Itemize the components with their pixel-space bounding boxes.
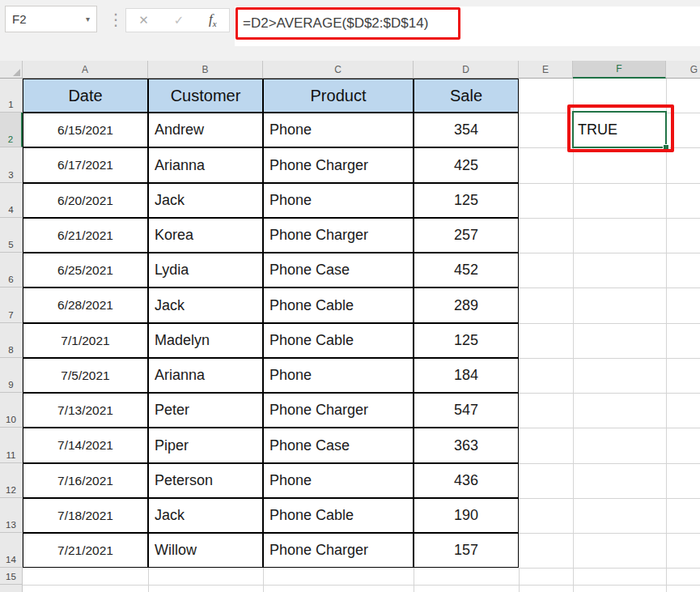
- row-header-9[interactable]: 9: [0, 358, 23, 393]
- name-box[interactable]: F2 ▾: [5, 6, 97, 32]
- row-header-14[interactable]: 14: [0, 533, 23, 568]
- cell-A3[interactable]: 6/17/2021: [23, 147, 148, 183]
- column-header-C[interactable]: C: [263, 61, 414, 79]
- gridline: [519, 323, 700, 324]
- cell-B14[interactable]: Willow: [148, 533, 263, 568]
- cell-B7[interactable]: Jack: [148, 287, 263, 323]
- cell-A14[interactable]: 7/21/2021: [23, 533, 148, 568]
- cell-B9[interactable]: Arianna: [148, 358, 263, 393]
- cell-A10[interactable]: 7/13/2021: [23, 393, 148, 428]
- cell-B2[interactable]: Andrew: [148, 113, 263, 147]
- cell-A6[interactable]: 6/25/2021: [23, 253, 148, 287]
- column-header-D[interactable]: D: [414, 61, 519, 79]
- row-header-3[interactable]: 3: [0, 147, 23, 183]
- cell-D12[interactable]: 436: [414, 463, 519, 498]
- gridline: [519, 253, 700, 253]
- row-header-2[interactable]: 2: [0, 113, 23, 147]
- cell-D10[interactable]: 547: [414, 393, 519, 428]
- gridline: [519, 533, 700, 534]
- cell-D5[interactable]: 257: [414, 218, 519, 253]
- cell-A7[interactable]: 6/28/2021: [23, 287, 148, 323]
- gridline: [519, 498, 700, 499]
- cell-C7[interactable]: Phone Cable: [263, 287, 414, 323]
- cell-D2[interactable]: 354: [414, 113, 519, 147]
- cell-B1[interactable]: Customer: [148, 79, 263, 113]
- cell-C11[interactable]: Phone Case: [263, 428, 414, 463]
- cell-B5[interactable]: Korea: [148, 218, 263, 253]
- row-header-1[interactable]: 1: [0, 79, 23, 113]
- cell-D1[interactable]: Sale: [414, 79, 519, 113]
- select-all-triangle-icon: [13, 69, 20, 76]
- insert-function-icon[interactable]: fx: [209, 11, 217, 28]
- cell-B8[interactable]: Madelyn: [148, 323, 263, 358]
- cell-A2[interactable]: 6/15/2021: [23, 113, 148, 147]
- row-header-15[interactable]: 15: [0, 568, 23, 585]
- cell-D13[interactable]: 190: [414, 498, 519, 533]
- cell-D8[interactable]: 125: [414, 323, 519, 358]
- column-header-G[interactable]: G: [666, 61, 700, 79]
- gridline: [519, 568, 700, 569]
- row-header-11[interactable]: 11: [0, 428, 23, 463]
- column-header-F[interactable]: F: [573, 61, 666, 79]
- cell-A4[interactable]: 6/20/2021: [23, 183, 148, 218]
- separator-dots-icon: ⋮: [108, 8, 124, 31]
- cancel-icon[interactable]: ✕: [138, 13, 149, 28]
- cell-B13[interactable]: Jack: [148, 498, 263, 533]
- cell-C10[interactable]: Phone Charger: [263, 393, 414, 428]
- gridline: [519, 183, 700, 184]
- column-header-E[interactable]: E: [519, 61, 573, 79]
- column-header-B[interactable]: B: [148, 61, 263, 79]
- cell-A8[interactable]: 7/1/2021: [23, 323, 148, 358]
- cell-B11[interactable]: Piper: [148, 428, 263, 463]
- cell-D4[interactable]: 125: [414, 183, 519, 218]
- cell-C4[interactable]: Phone: [263, 183, 414, 218]
- column-header-A[interactable]: A: [23, 61, 148, 79]
- cell-B12[interactable]: Peterson: [148, 463, 263, 498]
- gridline: [148, 568, 149, 592]
- row-header-5[interactable]: 5: [0, 218, 23, 253]
- cell-D3[interactable]: 425: [414, 147, 519, 183]
- cell-C1[interactable]: Product: [263, 79, 414, 113]
- row-header-8[interactable]: 8: [0, 323, 23, 358]
- cell-C5[interactable]: Phone Charger: [263, 218, 414, 253]
- name-box-dropdown-icon[interactable]: ▾: [86, 15, 90, 23]
- row-header-4[interactable]: 4: [0, 183, 23, 218]
- cell-B4[interactable]: Jack: [148, 183, 263, 218]
- formula-bar[interactable]: =D2>AVERAGE($D$2:$D$14): [235, 6, 700, 46]
- row-header-6[interactable]: 6: [0, 253, 23, 287]
- cell-A9[interactable]: 7/5/2021: [23, 358, 148, 393]
- gridline: [263, 568, 264, 592]
- cell-D6[interactable]: 452: [414, 253, 519, 287]
- cell-C14[interactable]: Phone Charger: [263, 533, 414, 568]
- fx-letter-x: x: [213, 19, 217, 29]
- cell-A11[interactable]: 7/14/2021: [23, 428, 148, 463]
- formula-buttons: ✕ ✓ fx: [125, 8, 230, 32]
- row-header-10[interactable]: 10: [0, 393, 23, 428]
- cell-C8[interactable]: Phone Cable: [263, 323, 414, 358]
- enter-icon[interactable]: ✓: [174, 13, 185, 28]
- cell-C2[interactable]: Phone: [263, 113, 414, 147]
- row-header-12[interactable]: 12: [0, 463, 23, 498]
- cell-C6[interactable]: Phone Case: [263, 253, 414, 287]
- row-header-7[interactable]: 7: [0, 287, 23, 323]
- cell-A12[interactable]: 7/16/2021: [23, 463, 148, 498]
- cell-D9[interactable]: 184: [414, 358, 519, 393]
- cell-D7[interactable]: 289: [414, 287, 519, 323]
- select-all-corner[interactable]: [0, 61, 23, 79]
- cell-A13[interactable]: 7/18/2021: [23, 498, 148, 533]
- row-header-13[interactable]: 13: [0, 498, 23, 533]
- cell-D14[interactable]: 157: [414, 533, 519, 568]
- cell-C12[interactable]: Phone: [263, 463, 414, 498]
- cell-B3[interactable]: Arianna: [148, 147, 263, 183]
- cell-C3[interactable]: Phone Charger: [263, 147, 414, 183]
- cell-B10[interactable]: Peter: [148, 393, 263, 428]
- cell-B6[interactable]: Lydia: [148, 253, 263, 287]
- cell-C13[interactable]: Phone Cable: [263, 498, 414, 533]
- formula-annotation-red-box: =D2>AVERAGE($D$2:$D$14): [235, 7, 460, 40]
- cell-A1[interactable]: Date: [23, 79, 148, 113]
- cell-A5[interactable]: 6/21/2021: [23, 218, 148, 253]
- spreadsheet-grid: TRUE DateCustomerProductSale6/15/2021And…: [0, 0, 700, 592]
- gridline: [414, 568, 414, 592]
- cell-C9[interactable]: Phone: [263, 358, 414, 393]
- cell-D11[interactable]: 363: [414, 428, 519, 463]
